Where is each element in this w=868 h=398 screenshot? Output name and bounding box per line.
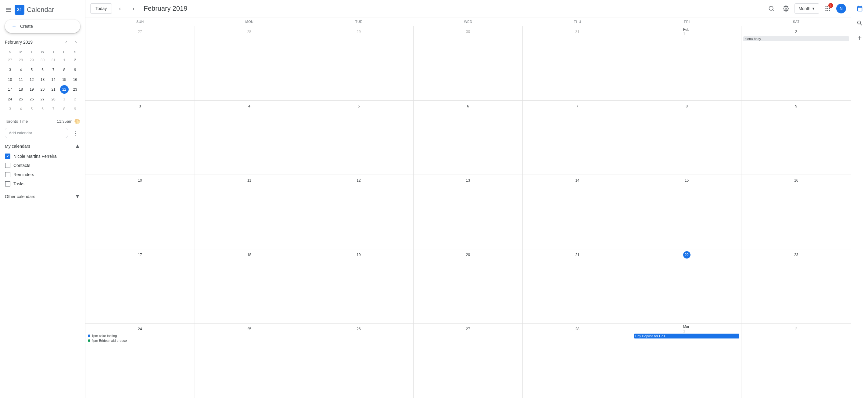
prev-month-button[interactable]: ‹ [114, 3, 125, 14]
date-feb8[interactable]: 8 [683, 103, 690, 110]
cell-feb11[interactable]: 11 [195, 175, 304, 249]
settings-button[interactable] [780, 2, 792, 15]
date-feb2[interactable]: 2 [793, 28, 800, 35]
add-event-side-button[interactable]: + [854, 32, 866, 44]
cell-jan30[interactable]: 30 [413, 26, 523, 101]
today-button[interactable]: Today [90, 3, 112, 14]
more-options-button[interactable]: ⋮ [70, 128, 80, 138]
mini-day[interactable]: 4 [17, 66, 25, 74]
calendar-item-reminders[interactable]: Reminders [0, 170, 85, 179]
date-feb13[interactable]: 13 [464, 177, 471, 184]
cell-jan28[interactable]: 28 [195, 26, 304, 101]
date-jan28[interactable]: 28 [246, 28, 253, 35]
next-month-button[interactable]: › [128, 3, 139, 14]
date-feb7[interactable]: 7 [574, 103, 581, 110]
date-feb25[interactable]: 25 [246, 325, 253, 333]
mini-day[interactable]: 28 [49, 95, 58, 104]
date-feb20[interactable]: 20 [464, 251, 471, 258]
calendar-icon[interactable] [854, 2, 866, 15]
cell-feb7[interactable]: 7 [523, 101, 632, 175]
cell-feb13[interactable]: 13 [413, 175, 523, 249]
mini-day[interactable]: 20 [38, 85, 46, 94]
mini-day[interactable]: 15 [60, 76, 69, 84]
cell-feb27[interactable]: 27 [413, 323, 523, 398]
date-feb5[interactable]: 5 [355, 103, 362, 110]
mini-day[interactable]: 27 [38, 95, 46, 104]
cell-feb2[interactable]: 2 elena bday [741, 26, 851, 101]
date-feb19[interactable]: 19 [355, 251, 362, 258]
mini-day[interactable]: 3 [6, 66, 14, 74]
mini-day[interactable]: 18 [17, 85, 25, 94]
date-feb11[interactable]: 11 [246, 177, 253, 184]
mini-day[interactable]: 29 [27, 56, 36, 64]
mini-day[interactable]: 13 [38, 76, 46, 84]
mini-day[interactable]: 25 [17, 95, 25, 104]
cell-feb10[interactable]: 10 [85, 175, 195, 249]
mini-day[interactable]: 2 [71, 95, 79, 104]
mini-day[interactable]: 28 [17, 56, 25, 64]
cell-mar1[interactable]: Mar 1 Pay Deposit for Hall [632, 323, 742, 398]
calendar-checkbox-tasks[interactable] [5, 181, 10, 187]
event-elena-bday[interactable]: elena bday [743, 36, 849, 41]
mini-day[interactable]: 12 [27, 76, 36, 84]
date-jan29[interactable]: 29 [355, 28, 362, 35]
mini-day[interactable]: 16 [71, 76, 79, 84]
create-button[interactable]: + Create [5, 20, 80, 33]
date-feb6[interactable]: 6 [464, 103, 471, 110]
cell-feb5[interactable]: 5 [304, 101, 413, 175]
date-jan27[interactable]: 27 [136, 28, 144, 35]
mini-day[interactable]: 9 [71, 105, 79, 113]
date-feb23[interactable]: 23 [793, 251, 800, 258]
cell-feb22[interactable]: 22 [632, 249, 742, 323]
mini-day[interactable]: 6 [38, 105, 46, 113]
date-mar1[interactable]: Mar 1 [683, 325, 690, 333]
cell-feb9[interactable]: 9 [741, 101, 851, 175]
mini-day[interactable]: 7 [49, 105, 58, 113]
mini-day[interactable]: 26 [27, 95, 36, 104]
cell-feb23[interactable]: 23 [741, 249, 851, 323]
calendar-checkbox-reminders[interactable] [5, 172, 10, 177]
mini-day-today[interactable]: 22 [60, 85, 69, 94]
date-feb9[interactable]: 9 [793, 103, 800, 110]
cell-feb15[interactable]: 15 [632, 175, 742, 249]
mini-day[interactable]: 3 [6, 105, 14, 113]
cell-feb26[interactable]: 26 [304, 323, 413, 398]
cell-feb20[interactable]: 20 [413, 249, 523, 323]
mini-day[interactable]: 19 [27, 85, 36, 94]
event-pay-deposit[interactable]: Pay Deposit for Hall [634, 334, 740, 339]
calendar-item-nicole[interactable]: Nicole Martins Ferreira [0, 152, 85, 161]
mini-day[interactable]: 5 [27, 105, 36, 113]
date-feb18[interactable]: 18 [246, 251, 253, 258]
mini-day[interactable]: 1 [60, 95, 69, 104]
cell-feb4[interactable]: 4 [195, 101, 304, 175]
date-jan31[interactable]: 31 [574, 28, 581, 35]
mini-day[interactable]: 8 [60, 105, 69, 113]
menu-icon[interactable] [5, 6, 12, 13]
other-calendars-header[interactable]: Other calendars ▼ [0, 191, 85, 202]
date-feb10[interactable]: 10 [136, 177, 144, 184]
date-feb3[interactable]: 3 [136, 103, 144, 110]
mini-day[interactable]: 7 [49, 66, 58, 74]
mini-cal-next[interactable]: › [72, 38, 80, 47]
mini-day[interactable]: 14 [49, 76, 58, 84]
cell-feb17[interactable]: 17 [85, 249, 195, 323]
date-feb22-today[interactable]: 22 [683, 251, 690, 258]
cell-feb19[interactable]: 19 [304, 249, 413, 323]
cell-feb25[interactable]: 25 [195, 323, 304, 398]
date-jan30[interactable]: 30 [464, 28, 471, 35]
my-calendars-header[interactable]: My calendars ▲ [0, 140, 85, 152]
add-calendar-input[interactable] [5, 128, 68, 138]
mini-day[interactable]: 24 [6, 95, 14, 104]
calendar-item-tasks[interactable]: Tasks [0, 179, 85, 188]
cell-feb28[interactable]: 28 [523, 323, 632, 398]
mini-day[interactable]: 5 [27, 66, 36, 74]
cell-mar2[interactable]: 2 [741, 323, 851, 398]
cell-jan27[interactable]: 27 [85, 26, 195, 101]
calendar-checkbox-contacts[interactable] [5, 163, 10, 168]
view-selector[interactable]: Month ▼ [795, 3, 819, 14]
cell-feb24[interactable]: 24 1pm cake tasting 4pm Bridesmaid dress… [85, 323, 195, 398]
mini-day[interactable]: 2 [71, 56, 79, 64]
mini-day[interactable]: 4 [17, 105, 25, 113]
mini-day[interactable]: 10 [6, 76, 14, 84]
mini-day[interactable]: 1 [60, 56, 69, 64]
